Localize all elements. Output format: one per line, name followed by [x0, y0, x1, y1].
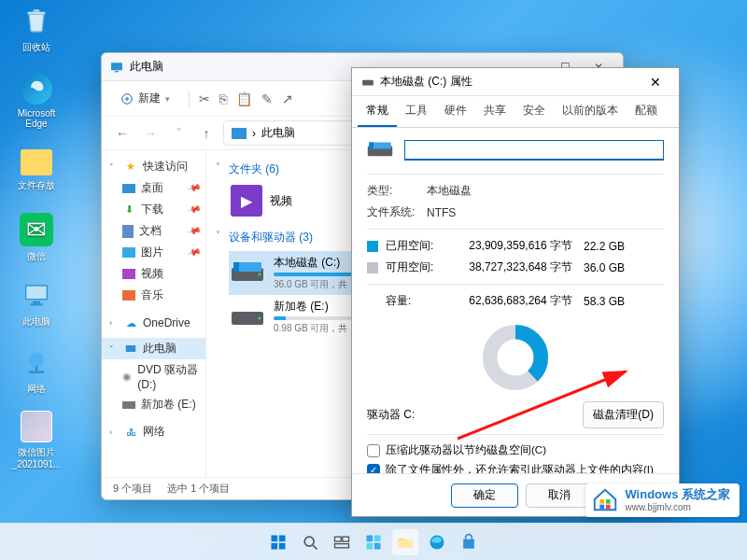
svg-rect-8	[115, 71, 119, 72]
svg-rect-40	[374, 542, 381, 549]
tab-tools[interactable]: 工具	[397, 96, 436, 127]
selection-count: 选中 1 个项目	[167, 482, 230, 496]
taskbar-store[interactable]	[456, 529, 482, 555]
used-bytes: 23,909,359,616 字节	[442, 238, 572, 254]
search-button[interactable]	[297, 529, 323, 555]
cancel-button[interactable]: 取消	[526, 483, 593, 508]
svg-rect-28	[272, 535, 278, 541]
up-button[interactable]: ˅	[167, 122, 190, 145]
new-button[interactable]: 新建 ▾	[111, 85, 179, 112]
sidebar-item-downloads[interactable]: ⬇下载📌	[102, 199, 205, 220]
copy-button[interactable]: ⎘	[219, 91, 227, 106]
capacity-label: 容量:	[386, 293, 442, 309]
svg-rect-30	[272, 542, 278, 549]
svg-rect-3	[30, 303, 42, 305]
svg-rect-35	[343, 537, 349, 541]
desktop-icon-label: 文件存放	[18, 180, 55, 190]
share-button[interactable]: ↗	[282, 91, 293, 106]
dialog-titlebar: 本地磁盘 (C:) 属性 ✕	[352, 68, 679, 96]
desktop-icon-label: 微信	[27, 251, 46, 261]
this-pc-icon	[232, 128, 247, 139]
free-swatch	[367, 262, 378, 273]
sidebar-item-music[interactable]: 音乐	[102, 285, 205, 306]
plus-circle-icon	[120, 92, 134, 105]
dialog-title: 本地磁盘 (C:) 属性	[380, 74, 472, 90]
ok-button[interactable]: 确定	[451, 483, 518, 508]
desktop-icon-network[interactable]: 网络	[9, 345, 63, 396]
taskbar-explorer[interactable]	[392, 529, 418, 555]
checkbox-checked-icon: ✓	[367, 464, 380, 474]
desktop-icon-label: 网络	[27, 384, 46, 394]
tab-previous[interactable]: 以前的版本	[554, 96, 627, 127]
desktop-icon-wechat[interactable]: ✉ 微信	[9, 213, 63, 263]
paste-button[interactable]: 📋	[236, 91, 252, 106]
cut-button[interactable]: ✂	[199, 91, 210, 106]
desktop-icon-label: 微信图片_2021091...	[12, 447, 62, 469]
onedrive-group[interactable]: ›☁OneDrive	[102, 314, 205, 332]
forward-button[interactable]: →	[139, 122, 162, 145]
rename-button[interactable]: ✎	[261, 91, 273, 106]
folder-videos[interactable]: ▶视频	[229, 183, 341, 218]
capacity-size: 58.3 GB	[572, 295, 625, 308]
this-pc-icon	[20, 278, 53, 312]
close-button[interactable]: ✕	[641, 68, 669, 96]
svg-rect-17	[362, 79, 374, 85]
chevron-down-icon: ▾	[165, 94, 170, 104]
tab-quota[interactable]: 配额	[627, 96, 666, 127]
up-one-level-button[interactable]: ↑	[195, 122, 218, 145]
task-view-button[interactable]	[329, 529, 355, 555]
wechat-icon: ✉	[20, 213, 53, 246]
item-count: 9 个项目	[113, 482, 152, 496]
svg-rect-20	[369, 142, 374, 148]
index-label: 除了文件属性外，还允许索引此驱动器上文件的内容(I)	[386, 463, 654, 473]
watermark-title: Windows 系统之家	[625, 487, 730, 502]
tab-security[interactable]: 安全	[514, 96, 554, 127]
tab-hardware[interactable]: 硬件	[436, 96, 475, 127]
tab-general[interactable]: 常规	[358, 96, 397, 127]
svg-point-4	[29, 352, 44, 367]
back-button[interactable]: ←	[111, 122, 134, 145]
tab-sharing[interactable]: 共享	[475, 96, 514, 127]
desktop-icon-folder[interactable]: 文件存放	[9, 149, 63, 192]
sidebar-item-documents[interactable]: 文档📌	[102, 220, 205, 242]
drive-icon	[361, 76, 374, 89]
sidebar-item-dvd[interactable]: ◉DVD 驱动器 (D:)	[102, 359, 205, 394]
quick-access-group[interactable]: ˅★快速访问	[102, 156, 205, 177]
taskbar-edge[interactable]	[424, 529, 450, 555]
desktop-icon-edge[interactable]: Microsoft Edge	[9, 73, 63, 129]
sidebar-item-network[interactable]: ›🖧网络	[102, 421, 205, 442]
desktop-icon-label: Microsoft Edge	[18, 108, 56, 129]
disk-cleanup-button[interactable]: 磁盘清理(D)	[583, 401, 664, 428]
dialog-body: 类型:本地磁盘 文件系统:NTFS 已用空间:23,909,359,616 字节…	[352, 128, 679, 473]
desktop-icon-image-file[interactable]: 微信图片_2021091...	[9, 411, 63, 469]
svg-rect-5	[35, 366, 38, 371]
image-file-icon	[21, 411, 52, 442]
svg-rect-7	[111, 63, 122, 70]
sidebar-item-vol-e[interactable]: 新加卷 (E:)	[102, 394, 205, 415]
watermark: Windows 系统之家 www.bjjmlv.com	[585, 483, 740, 517]
desktop-icon-label: 此电脑	[22, 316, 50, 327]
volume-label-input[interactable]	[404, 140, 664, 161]
house-icon	[591, 485, 619, 513]
index-checkbox-row[interactable]: ✓除了文件属性外，还允许索引此驱动器上文件的内容(I)	[367, 460, 664, 473]
widgets-button[interactable]	[360, 529, 387, 555]
filesystem-label: 文件系统:	[367, 204, 427, 220]
sidebar-item-pictures[interactable]: 图片📌	[102, 242, 205, 263]
svg-rect-10	[126, 344, 136, 351]
svg-rect-36	[335, 543, 349, 547]
sidebar-item-this-pc[interactable]: ˅此电脑	[102, 338, 205, 359]
folder-icon	[21, 149, 52, 175]
svg-point-32	[304, 537, 314, 546]
free-bytes: 38,727,323,648 字节	[442, 259, 572, 275]
start-button[interactable]	[265, 529, 291, 555]
address-text: 此电脑	[261, 125, 295, 141]
new-button-label: 新建	[138, 91, 161, 106]
desktop-icon-recycle-bin[interactable]: 回收站	[9, 4, 63, 54]
svg-rect-34	[335, 537, 342, 541]
desktop-icon-this-pc[interactable]: 此电脑	[9, 278, 63, 329]
svg-line-33	[313, 545, 317, 549]
sidebar-item-desktop[interactable]: 桌面📌	[102, 177, 205, 199]
svg-rect-2	[33, 301, 40, 304]
compress-checkbox-row[interactable]: 压缩此驱动器以节约磁盘空间(C)	[367, 441, 664, 460]
sidebar-item-videos[interactable]: 视频	[102, 263, 205, 285]
